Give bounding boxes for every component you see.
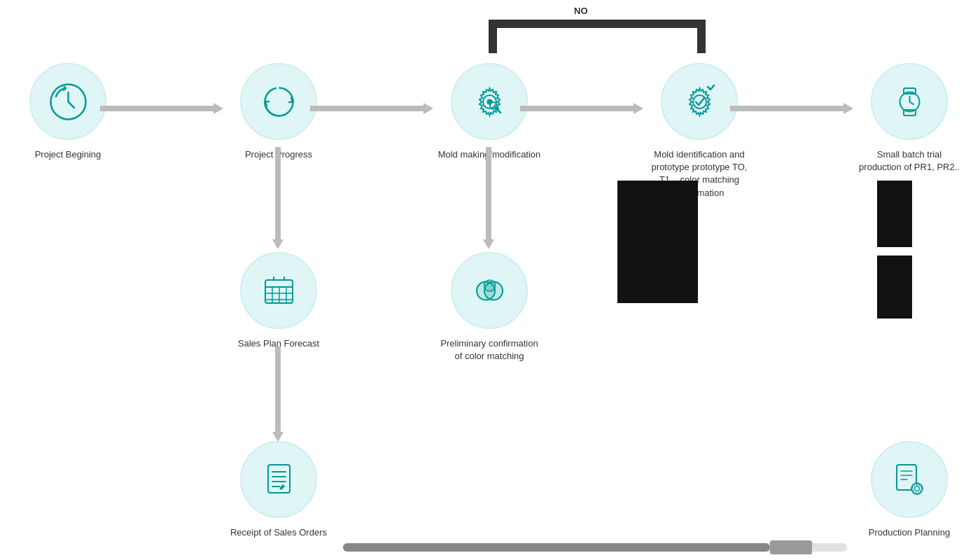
node-receipt-sales: Receipt of Sales Orders xyxy=(226,441,331,539)
node-mold-identification: Mold identification and prototype protot… xyxy=(647,63,752,200)
redirect-block-small-1 xyxy=(877,181,912,247)
circles-overlap-icon xyxy=(470,272,509,310)
v-arrow-project-progress xyxy=(275,147,281,245)
node-preliminary-color: Preliminary confirmation of color matchi… xyxy=(437,252,542,363)
gear-search-icon xyxy=(470,83,509,121)
sales-plan-circle xyxy=(240,252,317,329)
h-arrow-2 xyxy=(310,106,429,111)
no-label: NO xyxy=(574,6,588,16)
production-planning-label: Production Planning xyxy=(869,526,950,539)
node-sales-plan: Sales Plan Forecast xyxy=(226,252,331,350)
calendar-grid-icon xyxy=(260,272,298,310)
project-beginning-label: Project Begining xyxy=(35,148,102,161)
diagram-container: NO Project Begining xyxy=(0,0,980,560)
top-connector-right xyxy=(697,20,706,53)
scrollbar-btn-1[interactable] xyxy=(770,540,812,554)
svg-rect-20 xyxy=(268,465,290,493)
gear-check-icon xyxy=(680,83,719,121)
redirect-block-small-2 xyxy=(877,255,912,318)
receipt-sales-label: Receipt of Sales Orders xyxy=(230,526,327,539)
small-batch-circle xyxy=(871,63,948,140)
node-project-beginning: Project Begining xyxy=(15,63,120,161)
document-gear-icon xyxy=(890,461,929,499)
h-arrow-3 xyxy=(520,106,639,111)
node-small-batch: Small batch trial production of PR1, PR2… xyxy=(857,63,962,174)
production-planning-circle xyxy=(871,441,948,518)
v-arrow-sales-plan xyxy=(275,346,281,438)
clock-refresh-icon xyxy=(49,83,88,121)
preliminary-color-label: Preliminary confirmation of color matchi… xyxy=(437,337,542,363)
receipt-sales-circle xyxy=(240,441,317,518)
svg-rect-25 xyxy=(279,484,284,489)
h-arrow-4 xyxy=(730,106,849,111)
project-beginning-circle xyxy=(29,63,106,140)
scrollbar-thumb[interactable] xyxy=(343,543,770,552)
svg-point-4 xyxy=(490,102,497,109)
preliminary-color-circle xyxy=(451,252,528,329)
document-list-icon xyxy=(260,461,298,499)
redirect-block-mold xyxy=(617,181,698,303)
h-arrow-1 xyxy=(100,106,219,111)
svg-point-19 xyxy=(484,280,495,291)
node-production-planning: Production Planning xyxy=(857,441,962,539)
svg-point-2 xyxy=(486,99,492,104)
mold-making-circle xyxy=(451,63,528,140)
project-progress-circle xyxy=(240,63,317,140)
v-arrow-mold-making xyxy=(486,147,491,245)
refresh-icon xyxy=(260,83,298,121)
watch-clock-icon xyxy=(890,83,929,121)
mold-identification-circle xyxy=(661,63,738,140)
small-batch-label: Small batch trial production of PR1, PR2… xyxy=(857,148,962,174)
top-connector-top xyxy=(489,20,706,28)
